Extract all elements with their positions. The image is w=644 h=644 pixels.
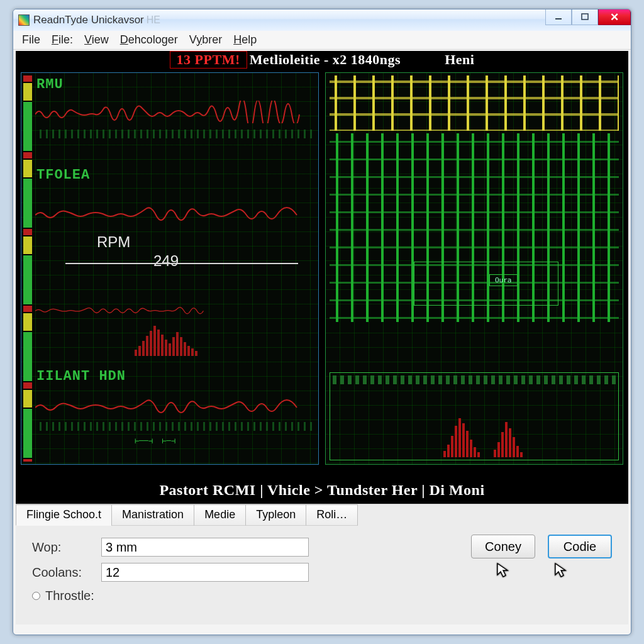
workspace: 13 PPTM! Metlioleitie - x2 1840ngs Heni …	[16, 51, 628, 504]
svg-rect-30	[497, 442, 500, 457]
rpm-baseline	[65, 263, 298, 264]
cursor-icon-2	[554, 562, 568, 579]
sub-panel	[330, 372, 619, 460]
svg-rect-24	[462, 423, 465, 457]
wop-input[interactable]	[101, 538, 309, 557]
minimize-button[interactable]	[545, 9, 572, 25]
window-title-ghost: HE	[147, 14, 160, 26]
svg-rect-25	[466, 431, 469, 457]
svg-rect-34	[513, 437, 515, 457]
tab-flingie[interactable]: Flingie Schoo.t	[16, 504, 112, 526]
close-button[interactable]: ✕	[598, 9, 631, 25]
breadcrumb-line: Pastort RCMI | Vhicle > Tundster Her | D…	[21, 480, 623, 500]
svg-rect-35	[516, 446, 519, 457]
waveform-1	[35, 101, 312, 123]
panel-left[interactable]: RMU TFOLEA IILANT HDN RPM 249	[21, 72, 319, 465]
menu-vybrer[interactable]: Vybrer	[189, 33, 222, 47]
workspace-header: 13 PPTM! Metlioleitie - x2 1840ngs Heni	[16, 51, 628, 69]
dot-strip-2	[35, 422, 314, 431]
maximize-button[interactable]	[572, 9, 598, 25]
svg-rect-14	[180, 337, 182, 356]
svg-rect-5	[146, 336, 148, 356]
svg-rect-29	[494, 450, 496, 457]
svg-rect-36	[520, 452, 523, 457]
close-icon: ✕	[610, 11, 619, 24]
menu-file2[interactable]: FFile:ile:	[52, 33, 73, 47]
svg-rect-3	[138, 346, 141, 356]
svg-rect-10	[165, 340, 167, 356]
svg-rect-28	[477, 452, 480, 457]
svg-marker-37	[497, 564, 508, 577]
svg-rect-26	[470, 440, 472, 457]
dot-strip-1	[35, 130, 314, 138]
svg-rect-18	[195, 351, 197, 356]
waveform-4	[35, 394, 312, 416]
svg-rect-2	[135, 350, 137, 356]
menu-dehcologer[interactable]: Dehcologer	[120, 33, 178, 47]
tab-manistration[interactable]: Manistration	[111, 504, 194, 526]
svg-rect-27	[474, 447, 476, 457]
vertical-meter	[23, 75, 32, 462]
rpm-value: 249	[153, 252, 179, 270]
yellow-pixel-field	[330, 75, 619, 131]
throstle-label: Throstle:	[45, 589, 94, 603]
menu-view[interactable]: View	[84, 33, 109, 47]
svg-marker-38	[555, 564, 565, 577]
app-icon	[18, 14, 30, 26]
titlebar: ReadnTyde Unickavsor HE ✕	[13, 9, 631, 31]
row-coolans: Coolans:	[32, 560, 612, 585]
wop-label: Wop:	[32, 540, 101, 555]
minimize-icon	[554, 13, 563, 21]
warn-badge: 13 PPTM!	[170, 51, 247, 69]
svg-rect-20	[447, 445, 450, 457]
svg-rect-7	[153, 326, 156, 356]
svg-rect-31	[501, 432, 504, 457]
menu-bar: File FFile:ile: View Dehcologer Vybrer H…	[13, 31, 631, 50]
rpm-label: RPM	[97, 233, 130, 250]
svg-rect-23	[458, 418, 461, 457]
burst-2	[443, 401, 569, 457]
green-marker: ⊢──⊣ ⊢─⊣	[135, 436, 175, 445]
window-title: ReadnTyde Unickavsor	[33, 14, 144, 26]
rpm-block: RPM 249	[97, 233, 130, 251]
panel-right[interactable]: Oura	[325, 72, 623, 465]
waveform-3	[35, 293, 213, 316]
svg-rect-1	[582, 14, 588, 19]
menu-help[interactable]: Help	[233, 33, 257, 47]
svg-rect-13	[176, 332, 179, 356]
svg-rect-33	[509, 428, 511, 457]
left-label-rmu: RMU	[36, 77, 64, 92]
waveform-2	[35, 199, 312, 221]
controls-area: Flingie Schoo.t Manistration Medie Typle…	[16, 504, 628, 625]
svg-rect-12	[172, 337, 175, 356]
burst-1	[135, 318, 229, 356]
window-buttons: ✕	[545, 9, 631, 25]
svg-rect-4	[142, 341, 145, 356]
svg-rect-17	[191, 348, 194, 356]
menu-file[interactable]: File	[22, 33, 40, 47]
svg-rect-11	[169, 343, 171, 356]
tab-typleon[interactable]: Typleon	[245, 504, 306, 526]
svg-rect-16	[187, 346, 190, 356]
coolans-input[interactable]	[101, 563, 309, 582]
svg-rect-8	[157, 330, 160, 356]
svg-rect-15	[184, 342, 186, 356]
throstle-radio[interactable]	[32, 592, 40, 600]
app-window: ReadnTyde Unickavsor HE ✕ File FFile:ile…	[13, 9, 631, 635]
tab-strip: Flingie Schoo.t Manistration Medie Typle…	[16, 504, 628, 526]
codie-button[interactable]: Codie	[548, 535, 612, 558]
tab-roli[interactable]: Roli…	[306, 504, 358, 526]
panels: RMU TFOLEA IILANT HDN RPM 249	[21, 72, 623, 465]
buttons: Coney Codie	[471, 535, 612, 558]
coolans-label: Coolans:	[32, 565, 101, 580]
tab-medie[interactable]: Medie	[194, 504, 246, 526]
maximize-icon	[580, 13, 589, 21]
inner-outline	[414, 262, 558, 306]
left-label-iilant: IILANT HDN	[36, 369, 126, 384]
svg-rect-22	[455, 426, 457, 457]
svg-rect-19	[443, 451, 446, 457]
svg-rect-21	[451, 436, 453, 457]
workspace-title: Metlioleitie - x2 1840ngs	[250, 52, 401, 68]
cursor-icon	[496, 562, 510, 579]
coney-button[interactable]: Coney	[471, 535, 535, 558]
